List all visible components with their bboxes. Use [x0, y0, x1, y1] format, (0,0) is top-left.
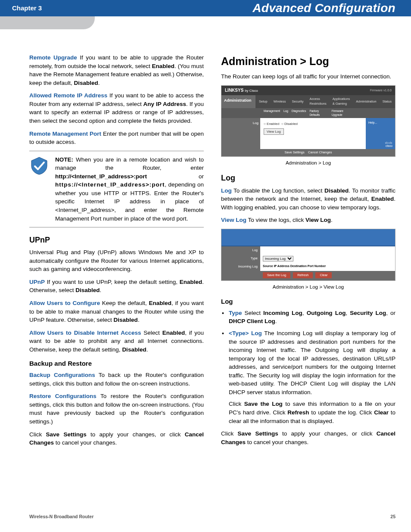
label-viewlog: View Log	[221, 217, 246, 223]
note-icon	[29, 156, 49, 223]
para-remote-upgrade: Remote Upgrade If you want to be able to…	[29, 53, 204, 87]
label-upnp: UPnP	[29, 279, 45, 285]
chapter-label: Chapter 3	[12, 3, 42, 13]
para-save-cancel-left: Click Save Settings to apply your change…	[29, 430, 204, 447]
gray-tab	[0, 16, 95, 29]
screenshot-view-log: Log Type Incoming Log Incoming Log Sourc…	[221, 229, 395, 281]
caption-ss1: Administration > Log	[221, 159, 395, 167]
para-viewlog: View Log To view the logs, click View Lo…	[221, 216, 395, 224]
ss-subtabs: Management Log Diagnostics Factory Defau…	[221, 108, 395, 118]
label-type: Type	[229, 310, 242, 316]
para-backup: Backup Configurations To back up the Rou…	[29, 371, 204, 388]
screenshot-admin-log: LINKSYS by Cisco Firmware v1.0.0 Adminis…	[221, 85, 395, 157]
para-upnp: UPnP If you want to use UPnP, keep the d…	[29, 278, 204, 295]
heading-backup-restore: Backup and Restore	[29, 359, 204, 368]
para-allowed-ip: Allowed Remote IP Address If you want to…	[29, 91, 204, 125]
label-allowed-ip: Allowed Remote IP Address	[29, 92, 107, 99]
note-text: NOTE: When you are in a remote location …	[55, 156, 204, 223]
para-restore: Restore Configurations To restore the Ro…	[29, 392, 204, 426]
heading-admin-log: Administration > Log	[221, 53, 395, 69]
label-allow-config: Allow Users to Configure	[29, 300, 100, 306]
bullet-typelog: <Type> Log The Incoming Log will display…	[221, 329, 395, 425]
bullet-type: Type Select Incoming Log, Outgoing Log, …	[221, 309, 395, 326]
ss-left-log: Log	[221, 118, 260, 149]
page-header: Chapter 3 Advanced Configuration	[0, 0, 411, 16]
label-restore: Restore Configurations	[29, 393, 97, 399]
para-log: Log To disable the Log function, select …	[221, 187, 395, 212]
para-remote-mgmt-port: Remote Management Port Enter the port nu…	[29, 130, 204, 146]
label-remote-upgrade: Remote Upgrade	[29, 54, 77, 61]
para-save-cancel-right: Click Save Settings to apply your change…	[221, 429, 395, 446]
label-remote-mgmt-port: Remote Management Port	[29, 131, 101, 137]
para-allow-disable: Allow Users to Disable Internet Access S…	[29, 329, 204, 354]
ss-tabs: Setup Wireless Security Access Restricti…	[255, 95, 395, 108]
footer-product: Wireless-N Broadband Router	[29, 513, 93, 520]
label-log: Log	[221, 187, 232, 194]
caption-ss2: Administration > Log > View Log	[221, 283, 395, 291]
para-admin-log-intro: The Router can keep logs of all traffic …	[221, 72, 395, 81]
ss-viewlog-btn: View Log	[264, 128, 284, 135]
ss2-type-select: Incoming Log	[263, 256, 293, 261]
label-typelog: <Type> Log	[229, 330, 262, 336]
para-typelog-extra: Click Save the Log to save this informat…	[229, 400, 395, 425]
para-upnp-intro: Universal Plug and Play (UPnP) allows Wi…	[29, 248, 204, 274]
ss-side-admin: Administration	[221, 95, 255, 108]
right-column: Administration > Log The Router can keep…	[221, 53, 395, 451]
footer-page: 25	[390, 513, 395, 520]
note-box: NOTE: When you are in a remote location …	[29, 151, 204, 228]
page-footer: Wireless-N Broadband Router 25	[29, 513, 395, 520]
heading-log: Log	[221, 172, 395, 184]
para-allow-config: Allow Users to Configure Keep the defaul…	[29, 299, 204, 324]
ss-mid: Enabled Disabled View Log	[260, 118, 366, 149]
heading-log-sub: Log	[221, 297, 395, 306]
header-title: Advanced Configuration	[252, 0, 395, 17]
left-column: Remote Upgrade If you want to be able to…	[29, 53, 204, 451]
label-allow-disable: Allow Users to Disable Internet Access	[29, 330, 141, 336]
ss-right: Help... ılıılıcisco	[366, 118, 395, 149]
label-backup: Backup Configurations	[29, 372, 95, 378]
ss-footer: Save Settings Cancel Changes	[221, 149, 395, 156]
ss2-buttons: Save the Log Refresh Clear	[221, 271, 395, 281]
heading-upnp: UPnP	[29, 234, 204, 246]
